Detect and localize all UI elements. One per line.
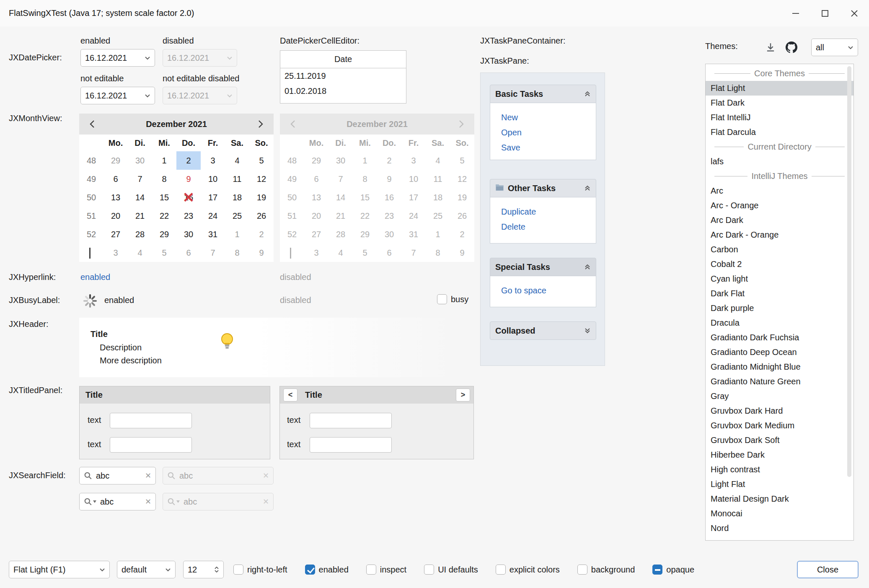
taskpane-action[interactable]: Save (490, 140, 596, 155)
day-cell[interactable]: 18 (225, 188, 249, 207)
text-input[interactable] (110, 437, 192, 453)
day-cell[interactable]: 8 (152, 170, 176, 188)
day-cell[interactable]: 6 (176, 243, 201, 262)
day-cell[interactable]: 4 (225, 151, 249, 170)
day-cell[interactable]: 27 (103, 225, 128, 243)
hyperlink-enabled[interactable]: enabled (80, 272, 110, 282)
day-cell[interactable]: 30 (128, 151, 152, 170)
day-cell[interactable]: 10 (201, 170, 225, 188)
day-cell[interactable]: 4 (128, 243, 152, 262)
text-input[interactable] (310, 437, 392, 453)
theme-row[interactable]: Gruvbox Dark Medium (706, 418, 853, 433)
day-cell[interactable]: 23 (176, 207, 201, 225)
day-cell[interactable]: 29 (152, 225, 176, 243)
checkbox-box[interactable] (437, 294, 447, 304)
day-cell[interactable]: 12 (249, 170, 274, 188)
day-cell[interactable]: 8 (225, 243, 249, 262)
theme-row[interactable]: Hiberbee Dark (706, 448, 853, 462)
table-column-header[interactable]: Date (280, 51, 406, 68)
theme-row[interactable]: Gray (706, 389, 853, 404)
theme-row[interactable]: Flat Dark (706, 96, 853, 110)
theme-row[interactable]: Flat Darcula (706, 125, 853, 140)
themes-scrollbar[interactable] (847, 66, 851, 477)
option-checkbox[interactable]: inspect (366, 565, 406, 575)
titled-panel-next-button[interactable]: > (456, 389, 470, 401)
theme-row[interactable]: Arc Dark - Orange (706, 228, 853, 242)
day-cell[interactable]: 3 (201, 151, 225, 170)
taskpane-action[interactable]: New (490, 110, 596, 125)
day-cell[interactable] (79, 243, 103, 262)
day-cell[interactable]: 20 (103, 207, 128, 225)
day-cell[interactable]: 9 (249, 243, 274, 262)
themes-filter-combo[interactable]: all (811, 39, 858, 56)
day-cell[interactable]: 15 (152, 188, 176, 207)
theme-row[interactable]: Gradianto Dark Fuchsia (706, 330, 853, 345)
spinner-up-icon[interactable] (214, 566, 219, 569)
option-checkbox[interactable]: UI defaults (424, 565, 478, 575)
theme-row[interactable]: Arc (706, 184, 853, 198)
day-cell[interactable]: 6 (103, 170, 128, 188)
day-cell[interactable]: 28 (128, 225, 152, 243)
theme-row[interactable]: Cobalt 2 (706, 257, 853, 272)
theme-row[interactable]: Gradianto Nature Green (706, 374, 853, 389)
theme-row[interactable]: Monocai (706, 506, 853, 521)
clear-icon[interactable]: ✕ (145, 497, 151, 506)
option-checkbox[interactable]: opaque (652, 565, 694, 575)
day-cell[interactable]: 19 (249, 188, 274, 207)
search-menu-icon[interactable] (84, 497, 96, 506)
theme-row[interactable]: Nord (706, 521, 853, 536)
checkbox-box[interactable] (577, 565, 587, 575)
taskpane-action[interactable]: Open (490, 125, 596, 140)
day-cell[interactable]: 14 (128, 188, 152, 207)
checkbox-box[interactable] (233, 565, 243, 575)
day-cell[interactable]: 29 (103, 151, 128, 170)
search-field-enabled[interactable]: ✕ (79, 467, 156, 484)
theme-row[interactable]: Material Design Dark (706, 492, 853, 506)
day-cell[interactable]: 21 (128, 207, 152, 225)
taskpane-basic-header[interactable]: Basic Tasks (490, 85, 596, 103)
theme-row[interactable]: Current Directory (706, 140, 853, 154)
day-cell[interactable]: 5 (152, 243, 176, 262)
busy-checkbox[interactable]: busy (437, 294, 468, 304)
font-size-spinner[interactable]: 12 (183, 561, 224, 578)
taskpane-special-header[interactable]: Special Tasks (490, 258, 596, 276)
taskpane-collapsed-header[interactable]: Collapsed (490, 321, 596, 340)
theme-row[interactable]: IntelliJ Themes (706, 169, 853, 184)
checkbox-box[interactable] (366, 565, 376, 575)
minimize-button[interactable] (781, 0, 810, 26)
download-themes-button[interactable] (763, 40, 778, 54)
theme-row[interactable]: Gradianto Midnight Blue (706, 360, 853, 374)
clear-icon[interactable]: ✕ (145, 471, 151, 480)
datepicker-enabled-input[interactable] (85, 53, 141, 63)
day-cell[interactable]: 50 (79, 188, 103, 207)
text-input[interactable] (110, 413, 192, 428)
search-input[interactable] (100, 497, 141, 507)
theme-row[interactable]: lafs (706, 154, 853, 169)
chevron-down-icon[interactable] (145, 94, 150, 98)
maximize-button[interactable] (810, 0, 840, 26)
theme-row[interactable]: Arc - Orange (706, 198, 853, 213)
theme-row[interactable]: Dracula (706, 316, 853, 330)
titled-panel-prev-button[interactable]: < (283, 389, 297, 401)
day-cell[interactable]: 5 (249, 151, 274, 170)
day-cell[interactable]: 7 (201, 243, 225, 262)
day-cell[interactable]: 1 (225, 225, 249, 243)
day-cell[interactable]: 30 (176, 225, 201, 243)
day-cell[interactable]: 9 (176, 170, 201, 188)
datepicker-not-editable[interactable] (80, 87, 155, 104)
taskpane-action[interactable]: Delete (490, 219, 596, 234)
search-input[interactable] (96, 471, 141, 481)
day-cell[interactable]: 17 (201, 188, 225, 207)
theme-row[interactable]: Cyan light (706, 272, 853, 286)
taskpane-action[interactable]: Duplicate (490, 204, 596, 219)
option-checkbox[interactable]: background (577, 565, 635, 575)
day-cell[interactable]: 51 (79, 207, 103, 225)
day-cell[interactable]: 24 (201, 207, 225, 225)
chevron-down-icon[interactable] (145, 56, 150, 60)
option-checkbox[interactable]: enabled (305, 565, 349, 575)
day-cell[interactable]: 16 (176, 188, 201, 207)
day-cell[interactable]: 3 (103, 243, 128, 262)
theme-row[interactable]: Arc Dark (706, 213, 853, 228)
day-cell[interactable]: 22 (152, 207, 176, 225)
theme-row[interactable]: Dark purple (706, 301, 853, 316)
